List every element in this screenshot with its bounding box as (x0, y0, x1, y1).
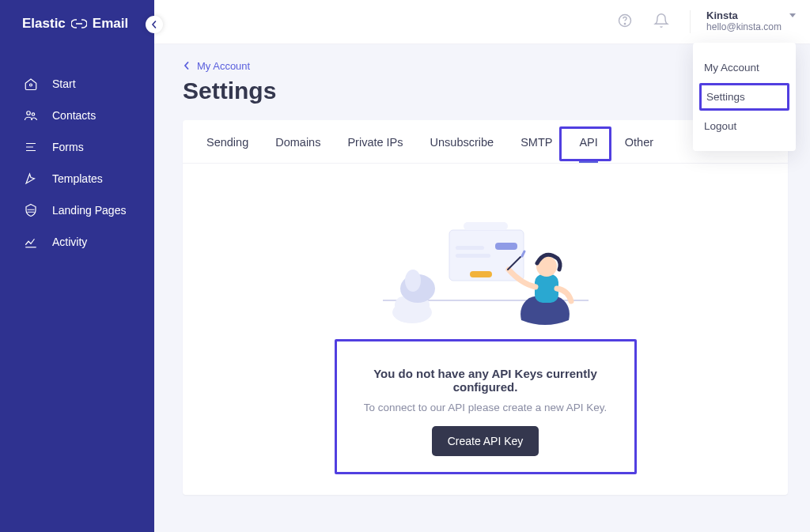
help-icon[interactable] (617, 13, 633, 32)
user-dropdown: My Account Settings Logout (693, 43, 796, 151)
highlight-empty-state: You do not have any API Keys currently c… (335, 339, 637, 474)
settings-card: Sending Domains Private IPs Unsubscribe … (183, 120, 788, 495)
user-email: hello@kinsta.com (706, 22, 782, 33)
svg-rect-13 (456, 246, 484, 250)
sidebar-item-activity[interactable]: Activity (0, 226, 154, 258)
activity-icon (24, 235, 38, 249)
landing-icon (24, 203, 38, 217)
svg-rect-15 (464, 222, 508, 230)
svg-rect-12 (470, 271, 492, 277)
svg-point-0 (30, 84, 32, 86)
brand-logo[interactable]: Elastic Email (0, 16, 154, 32)
empty-subtitle: To connect to our API please create a ne… (351, 402, 620, 413)
svg-rect-11 (495, 243, 517, 250)
api-empty-state: You do not have any API Keys currently c… (351, 356, 620, 466)
tab-sending[interactable]: Sending (206, 136, 248, 163)
link-icon (71, 19, 87, 28)
sidebar: Elastic Email Start Contacts Forms Templ… (0, 0, 154, 532)
templates-icon (24, 172, 38, 186)
sidebar-item-contacts[interactable]: Contacts (0, 100, 154, 131)
breadcrumb[interactable]: My Account (183, 60, 250, 72)
collapse-sidebar-button[interactable] (146, 16, 163, 33)
dropdown-settings[interactable]: Settings (699, 83, 789, 111)
tab-other[interactable]: Other (625, 136, 653, 163)
user-name: Kinsta (706, 10, 782, 22)
sidebar-item-landing[interactable]: Landing Pages (0, 194, 154, 226)
svg-point-2 (32, 113, 34, 115)
chevron-down-icon (789, 13, 796, 17)
dropdown-my-account[interactable]: My Account (693, 54, 796, 81)
contacts-icon (24, 108, 38, 123)
sidebar-item-start[interactable]: Start (0, 68, 154, 100)
highlight-active-tab (559, 126, 611, 161)
sidebar-item-templates[interactable]: Templates (0, 163, 154, 194)
empty-illustration (183, 164, 788, 339)
sidebar-nav: Start Contacts Forms Templates Landing P… (0, 68, 154, 258)
tab-unsubscribe[interactable]: Unsubscribe (430, 136, 494, 163)
topbar: Kinsta hello@kinsta.com (154, 0, 810, 44)
home-icon (24, 77, 38, 91)
create-api-key-button[interactable]: Create API Key (432, 426, 539, 456)
person-laptop-icon (375, 202, 596, 336)
svg-rect-14 (456, 254, 490, 258)
tab-smtp[interactable]: SMTP (520, 136, 552, 163)
svg-point-9 (405, 270, 421, 292)
svg-point-1 (27, 111, 31, 115)
dropdown-logout[interactable]: Logout (693, 112, 796, 140)
main: Kinsta hello@kinsta.com My Account Setti… (154, 0, 810, 532)
forms-icon (24, 140, 38, 154)
user-menu-trigger[interactable]: Kinsta hello@kinsta.com (690, 10, 793, 33)
chevron-left-icon (183, 62, 191, 70)
sidebar-item-forms[interactable]: Forms (0, 131, 154, 163)
bell-icon[interactable] (653, 13, 669, 32)
empty-title: You do not have any API Keys currently c… (351, 367, 620, 394)
tab-private-ips[interactable]: Private IPs (347, 136, 403, 163)
tab-domains[interactable]: Domains (275, 136, 320, 163)
svg-point-4 (624, 23, 625, 24)
